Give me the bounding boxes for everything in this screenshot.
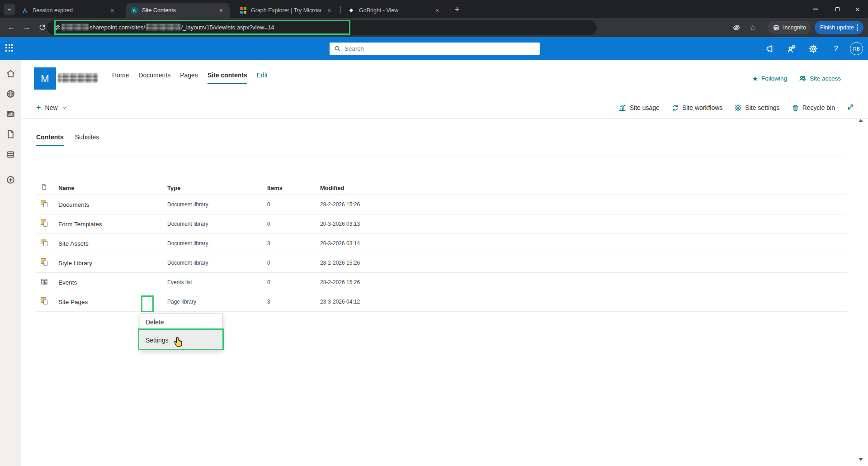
nav-pages[interactable]: Pages xyxy=(180,71,198,84)
sync-icon xyxy=(671,104,679,112)
trash-icon xyxy=(792,104,799,112)
url-domain-text: sharepoint.com/sites/ xyxy=(90,24,145,31)
tab-subsites[interactable]: Subsites xyxy=(75,133,99,146)
announcements-icon[interactable] xyxy=(765,44,775,54)
nav-site-contents[interactable]: Site contents xyxy=(208,71,247,84)
tab-separator xyxy=(449,6,449,13)
search-box[interactable] xyxy=(330,43,540,55)
site-header-actions: ★ Following Site access xyxy=(752,60,841,97)
lists-stack-icon[interactable] xyxy=(6,150,15,159)
gear-icon xyxy=(734,104,742,112)
news-icon[interactable] xyxy=(6,109,15,119)
site-access-button[interactable]: Site access xyxy=(799,75,841,82)
column-type[interactable]: Type xyxy=(167,185,267,191)
column-name[interactable]: Name xyxy=(58,185,167,191)
pivot-divider xyxy=(35,156,847,156)
expand-view-button[interactable] xyxy=(847,103,854,112)
star-icon: ★ xyxy=(752,75,758,83)
help-icon[interactable]: ? xyxy=(831,44,841,54)
app-bar-divider xyxy=(5,169,17,169)
library-icon xyxy=(36,297,58,307)
main-content: M Home Documents Pages Site contents Edi… xyxy=(21,60,868,466)
incognito-label: Incognito xyxy=(783,24,806,31)
reload-icon xyxy=(38,24,46,31)
tab-session-expired[interactable]: Session expired × xyxy=(17,3,121,18)
tab-site-contents[interactable]: s Site Contents × xyxy=(126,3,230,18)
account-avatar[interactable]: RB xyxy=(850,42,863,55)
globe-icon[interactable] xyxy=(6,89,15,99)
window-close-button[interactable]: × xyxy=(847,0,868,18)
back-button[interactable]: ← xyxy=(5,22,17,33)
reload-button[interactable] xyxy=(36,22,48,33)
azure-icon xyxy=(21,7,28,14)
tab-gobright[interactable]: GoBright - View × xyxy=(343,3,446,18)
column-modified[interactable]: Modified xyxy=(320,185,847,191)
more-menu-icon[interactable] xyxy=(857,24,858,31)
tab-search-button[interactable] xyxy=(4,4,15,15)
chevron-down-icon xyxy=(6,6,13,13)
url-highlight-annotation: sharepoint.com/sites/ /_layouts/15/viewl… xyxy=(54,20,350,35)
site-header: M Home Documents Pages Site contents Edi… xyxy=(21,60,868,97)
window-minimize-button[interactable] xyxy=(805,0,826,18)
tab-graph-explorer[interactable]: Graph Explorer | Try Microsoft G × xyxy=(235,3,338,18)
hand-cursor xyxy=(173,337,184,350)
settings-gear-icon[interactable] xyxy=(808,44,818,54)
screen: Session expired × s Site Contents × Grap… xyxy=(0,0,868,466)
table-row[interactable]: Site Pages Page library 3 23-3-2026 04:1… xyxy=(36,292,847,312)
following-button[interactable]: ★ Following xyxy=(752,75,787,83)
scroll-down-arrow[interactable] xyxy=(859,458,863,461)
plus-icon: + xyxy=(36,103,41,113)
eye-off-icon[interactable] xyxy=(731,22,742,33)
doc-type-icon xyxy=(36,184,58,192)
app-launcher-icon[interactable] xyxy=(5,44,14,53)
redacted-site-title xyxy=(58,73,98,83)
redacted-site-name xyxy=(146,24,180,31)
home-icon[interactable] xyxy=(6,69,15,78)
gobright-icon xyxy=(348,7,355,14)
finish-update-button[interactable]: Finish update xyxy=(815,21,863,34)
close-icon[interactable]: × xyxy=(217,6,225,14)
site-usage-button[interactable]: Site usage xyxy=(619,104,660,112)
incognito-icon xyxy=(773,24,780,31)
pages-file-icon[interactable] xyxy=(6,129,15,139)
content-pivot: Contents Subsites xyxy=(36,133,99,146)
site-navigation: Home Documents Pages Site contents Edit xyxy=(112,71,268,84)
browser-toolbar: ← → sharepoint.com/sites/ /_layouts/15/v… xyxy=(0,18,868,37)
recycle-bin-button[interactable]: Recycle bin xyxy=(792,104,835,112)
sharepoint-icon: s xyxy=(131,7,138,14)
forward-button[interactable]: → xyxy=(21,22,33,33)
site-logo[interactable]: M xyxy=(34,67,56,90)
table-row[interactable]: Site Assets Document library 3 20-3-2026… xyxy=(36,234,847,253)
sharepoint-app-bar xyxy=(0,60,21,466)
command-bar-actions: Site usage Site workflows Site settings xyxy=(619,103,854,112)
search-input[interactable] xyxy=(344,45,525,52)
table-row[interactable]: Form Templates Document library 0 20-3-2… xyxy=(36,214,847,234)
new-tab-button[interactable]: + xyxy=(451,4,463,15)
tab-contents[interactable]: Contents xyxy=(36,133,64,146)
scroll-up-arrow[interactable] xyxy=(859,119,863,122)
window-restore-button[interactable] xyxy=(827,0,848,18)
nav-home[interactable]: Home xyxy=(112,71,129,84)
close-icon[interactable]: × xyxy=(433,6,441,14)
tab-title: GoBright - View xyxy=(359,7,429,14)
table-row[interactable]: Style Library Document library 0 28-2-20… xyxy=(36,253,847,273)
create-plus-icon[interactable] xyxy=(6,175,15,185)
close-icon[interactable]: × xyxy=(108,6,116,14)
restore-icon xyxy=(835,7,840,11)
nav-edit[interactable]: Edit xyxy=(257,71,268,84)
new-button[interactable]: + New xyxy=(36,103,67,113)
bookmark-star-icon[interactable]: ☆ xyxy=(747,22,759,33)
column-items[interactable]: Items xyxy=(267,185,320,191)
site-workflows-button[interactable]: Site workflows xyxy=(671,104,722,112)
table-row[interactable]: Documents Document library 0 28-2-2026 1… xyxy=(36,195,847,214)
suite-bar: ? RB xyxy=(0,37,868,60)
feedback-icon[interactable] xyxy=(787,44,797,54)
site-settings-button[interactable]: Site settings xyxy=(734,104,779,112)
nav-documents[interactable]: Documents xyxy=(138,71,170,84)
people-icon xyxy=(799,75,807,82)
url-path-text: /_layouts/15/viewlsts.aspx?view=14 xyxy=(181,24,274,31)
table-row[interactable]: Events Events list 0 28-2-2026 15:26 xyxy=(36,273,847,292)
close-icon[interactable]: × xyxy=(325,6,333,14)
events-calendar-icon xyxy=(36,278,58,287)
menu-item-delete[interactable]: Delete xyxy=(140,314,222,330)
